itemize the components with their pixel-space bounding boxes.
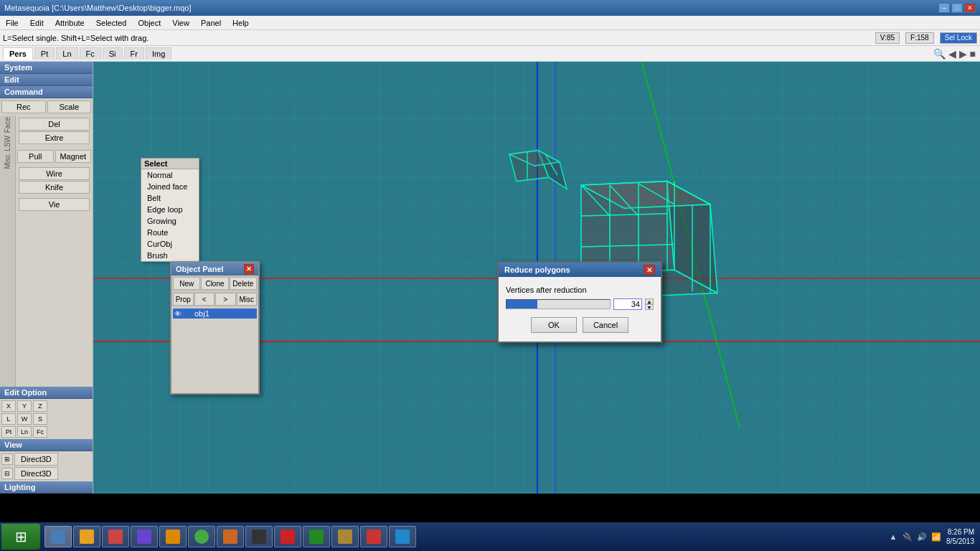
delete-button[interactable]: Delete bbox=[230, 277, 257, 290]
direct3d-icon[interactable]: ⊟ bbox=[1, 468, 13, 479]
misc-button[interactable]: Misc bbox=[237, 293, 258, 306]
select-brush[interactable]: Brush bbox=[141, 250, 199, 261]
face-count: F:158 bbox=[905, 32, 934, 44]
taskbar-item6[interactable] bbox=[188, 526, 215, 547]
command-section[interactable]: Command bbox=[0, 86, 93, 98]
object-panel-toolbar: New Clone Delete bbox=[171, 276, 258, 291]
reduce-dialog-close[interactable]: ✕ bbox=[644, 265, 655, 275]
select-edge-loop[interactable]: Edge loop bbox=[141, 204, 199, 215]
clock-time: 8:26 PM bbox=[946, 527, 974, 537]
object-list-item[interactable]: 👁 ✓ obj1 bbox=[173, 309, 257, 319]
pull-button[interactable]: Pull bbox=[17, 150, 54, 163]
next-button[interactable]: > bbox=[215, 293, 236, 306]
l-btn[interactable]: L bbox=[1, 413, 16, 425]
taskbar-app-item[interactable] bbox=[44, 526, 72, 547]
minimize-button[interactable]: ─ bbox=[938, 3, 950, 13]
sel-lock[interactable]: Sel Lock bbox=[940, 32, 977, 44]
pt-btn[interactable]: Pt bbox=[1, 426, 16, 438]
tray-network[interactable]: 📶 bbox=[930, 531, 942, 542]
tab-pers[interactable]: Pers bbox=[3, 47, 33, 60]
scale-button[interactable]: Scale bbox=[47, 100, 92, 113]
taskbar-item7[interactable] bbox=[217, 526, 244, 547]
magnet-button[interactable]: Magnet bbox=[55, 150, 92, 163]
y-btn[interactable]: Y bbox=[17, 400, 32, 412]
menu-edit[interactable]: Edit bbox=[24, 17, 50, 29]
tab-si[interactable]: Si bbox=[103, 47, 123, 60]
select-normal[interactable]: Normal bbox=[141, 169, 199, 181]
taskbar-item11[interactable] bbox=[331, 526, 359, 547]
taskbar-item3[interactable] bbox=[102, 526, 129, 547]
s-btn[interactable]: S bbox=[33, 413, 47, 425]
start-button[interactable]: ⊞ bbox=[1, 524, 40, 550]
system-section[interactable]: System bbox=[0, 62, 93, 74]
taskbar-item12[interactable] bbox=[360, 526, 387, 547]
taskbar-item5[interactable] bbox=[159, 526, 187, 547]
cancel-button[interactable]: Cancel bbox=[583, 317, 628, 333]
edit-option-section[interactable]: Edit Option bbox=[0, 387, 93, 399]
new-button[interactable]: New bbox=[173, 277, 200, 290]
taskbar-explorer[interactable] bbox=[73, 526, 100, 547]
close-button[interactable]: ✕ bbox=[964, 3, 976, 13]
menu-view[interactable]: View bbox=[166, 17, 195, 29]
object-list: 👁 ✓ obj1 bbox=[171, 307, 258, 393]
spinner-arrows: ▲ ▼ bbox=[645, 298, 654, 310]
direct3d-btn1[interactable]: Direct3D bbox=[14, 453, 58, 466]
extr-button[interactable]: Extre bbox=[19, 131, 90, 144]
del-button[interactable]: Del bbox=[19, 118, 90, 131]
color-icon[interactable]: ■ bbox=[970, 48, 976, 60]
clone-button[interactable]: Clone bbox=[201, 277, 228, 290]
nav-icon2[interactable]: ▶ bbox=[959, 48, 967, 60]
menu-panel[interactable]: Panel bbox=[195, 17, 227, 29]
zoom-in-icon[interactable]: 🔍 bbox=[933, 48, 946, 60]
view-section-header[interactable]: View bbox=[0, 439, 93, 451]
nav-icon1[interactable]: ◀ bbox=[948, 48, 956, 60]
tab-pt[interactable]: Pt bbox=[34, 47, 55, 60]
menu-attribute[interactable]: Attribute bbox=[50, 17, 90, 29]
select-joined-face[interactable]: Joined face bbox=[141, 181, 199, 192]
rec-button[interactable]: Rec bbox=[1, 100, 46, 113]
maximize-button[interactable]: □ bbox=[951, 3, 963, 13]
fc-btn[interactable]: Fc bbox=[33, 426, 47, 438]
menu-help[interactable]: Help bbox=[227, 17, 255, 29]
wire-button[interactable]: Wire bbox=[19, 167, 90, 180]
system-clock[interactable]: 8:26 PM 8/5/2013 bbox=[946, 527, 974, 546]
edit-section[interactable]: Edit bbox=[0, 74, 93, 86]
tray-volume[interactable]: 🔊 bbox=[916, 531, 928, 542]
spin-down[interactable]: ▼ bbox=[645, 304, 654, 310]
taskbar-item4[interactable] bbox=[131, 526, 158, 547]
direct3d-btn2[interactable]: Direct3D bbox=[14, 467, 58, 480]
reduce-slider[interactable] bbox=[506, 299, 611, 309]
taskbar-item13[interactable] bbox=[389, 526, 416, 547]
tray-icon2[interactable]: 🔌 bbox=[902, 531, 913, 542]
select-curobj[interactable]: CurObj bbox=[141, 238, 199, 250]
z-btn[interactable]: Z bbox=[33, 400, 47, 412]
select-belt[interactable]: Belt bbox=[141, 192, 199, 204]
taskbar-item8[interactable] bbox=[245, 526, 273, 547]
x-btn[interactable]: X bbox=[1, 400, 16, 412]
select-route[interactable]: Route bbox=[141, 227, 199, 238]
polis-icon[interactable]: ⊞ bbox=[1, 453, 13, 465]
lighting-section[interactable]: Lighting bbox=[0, 481, 93, 494]
tray-icon1[interactable]: ▲ bbox=[887, 531, 899, 542]
ok-button[interactable]: OK bbox=[531, 317, 577, 333]
taskbar-item9[interactable] bbox=[274, 526, 301, 547]
ln-btn[interactable]: Ln bbox=[17, 426, 32, 438]
tab-img[interactable]: Img bbox=[146, 47, 171, 60]
select-growing[interactable]: Growing bbox=[141, 215, 199, 227]
menu-object[interactable]: Object bbox=[132, 17, 166, 29]
w-btn[interactable]: W bbox=[17, 413, 32, 425]
reduce-value-input[interactable] bbox=[613, 298, 642, 310]
object-panel-close[interactable]: ✕ bbox=[244, 264, 254, 274]
viewport[interactable]: Select Normal Joined face Belt Edge loop… bbox=[93, 62, 980, 494]
view-button[interactable]: Vie bbox=[19, 198, 90, 211]
taskbar-item10[interactable] bbox=[303, 526, 330, 547]
prev-button[interactable]: < bbox=[194, 293, 215, 306]
spin-up[interactable]: ▲ bbox=[645, 298, 654, 304]
menu-file[interactable]: File bbox=[0, 17, 24, 29]
prop-button[interactable]: Prop bbox=[173, 293, 194, 306]
menu-selected[interactable]: Selected bbox=[90, 17, 133, 29]
tab-fc[interactable]: Fc bbox=[80, 47, 101, 60]
knife-button[interactable]: Knife bbox=[19, 181, 90, 194]
tab-ln[interactable]: Ln bbox=[56, 47, 77, 60]
tab-fr[interactable]: Fr bbox=[124, 47, 144, 60]
